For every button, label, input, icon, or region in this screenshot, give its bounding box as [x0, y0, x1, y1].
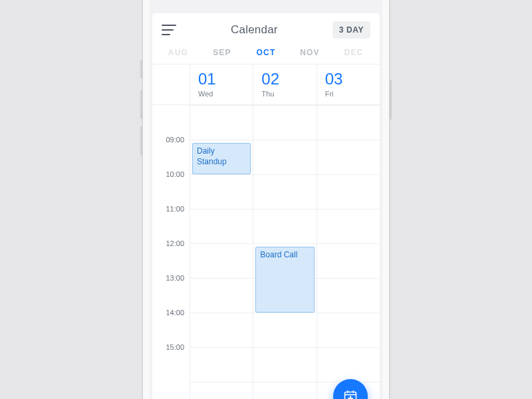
- month-tab[interactable]: OCT: [244, 48, 288, 57]
- svg-rect-3: [352, 390, 354, 393]
- hour-gridline: [253, 313, 316, 313]
- calendar-plus-icon: [342, 388, 358, 399]
- month-tab[interactable]: NOV: [288, 48, 332, 57]
- day-of-week: Thu: [261, 90, 309, 98]
- day-of-week: Wed: [198, 90, 246, 98]
- hour-gridline: [190, 243, 253, 244]
- calendar-event[interactable]: Board Call: [255, 247, 314, 313]
- hour-label: 10:00: [166, 170, 184, 178]
- hour-gridline: [190, 140, 253, 140]
- hour-gridline: [190, 174, 253, 175]
- hour-gridline: [190, 313, 253, 313]
- app-screen: Calendar 3 DAY AUGSEPOCTNOVDEC 01 Wed 02…: [152, 13, 380, 399]
- hour-label: 09:00: [166, 136, 184, 144]
- day-of-week: Fri: [325, 90, 373, 98]
- day-number: 02: [261, 71, 309, 87]
- hour-gridline: [317, 140, 380, 140]
- day-header[interactable]: 02 Thu: [253, 65, 316, 104]
- hour-gridline: [253, 209, 316, 209]
- hour-gridline: [190, 382, 253, 382]
- hour-gridline: [253, 174, 316, 175]
- day-header[interactable]: 03 Fri: [317, 65, 380, 104]
- page-title: Calendar: [231, 23, 278, 37]
- month-tab[interactable]: AUG: [156, 48, 200, 57]
- hour-label: 12:00: [166, 239, 184, 247]
- month-selector: AUGSEPOCTNOVDEC: [152, 45, 380, 65]
- hour-gridline: [317, 243, 380, 244]
- hour-gridline: [190, 278, 253, 279]
- hour-label: 14:00: [166, 309, 184, 317]
- hour-gridline: [317, 278, 380, 279]
- day-column[interactable]: [317, 105, 380, 399]
- month-tab[interactable]: SEP: [200, 48, 244, 57]
- hour-gridline: [190, 105, 253, 106]
- top-bar: Calendar 3 DAY: [152, 13, 380, 45]
- hour-gridline: [190, 209, 253, 209]
- view-toggle-chip[interactable]: 3 DAY: [332, 21, 370, 39]
- hour-gridline: [317, 174, 380, 175]
- hour-label: 13:00: [166, 274, 184, 282]
- day-number: 03: [325, 71, 373, 87]
- time-grid[interactable]: 09:0010:0011:0012:0013:0014:0015:00 Dail…: [152, 105, 380, 399]
- hour-gridline: [317, 313, 380, 313]
- phone-side-button: [140, 126, 143, 156]
- hour-gridline: [253, 243, 316, 244]
- day-column[interactable]: Board Call: [253, 105, 316, 399]
- hour-label: 15:00: [166, 343, 184, 351]
- phone-side-button: [140, 60, 143, 78]
- calendar-event[interactable]: Daily Standup: [192, 143, 251, 174]
- phone-frame: Calendar 3 DAY AUGSEPOCTNOVDEC 01 Wed 02…: [143, 0, 389, 399]
- hour-gridline: [253, 382, 316, 382]
- hour-gridline: [317, 347, 380, 348]
- hour-gridline: [253, 105, 316, 106]
- menu-icon[interactable]: [162, 25, 176, 35]
- day-columns: Daily Standup Board Call: [190, 105, 380, 399]
- day-number: 01: [198, 71, 246, 87]
- phone-side-button: [140, 90, 143, 119]
- day-header-row: 01 Wed 02 Thu 03 Fri: [152, 65, 380, 105]
- hour-gridline: [253, 347, 316, 348]
- hour-gridline: [317, 105, 380, 106]
- hour-gridline: [253, 140, 316, 140]
- phone-side-button: [389, 80, 392, 120]
- time-gutter-header: [152, 65, 190, 104]
- time-gutter: 09:0010:0011:0012:0013:0014:0015:00: [152, 105, 190, 399]
- day-column[interactable]: Daily Standup: [190, 105, 253, 399]
- month-tab[interactable]: DEC: [332, 48, 376, 57]
- svg-rect-2: [347, 390, 348, 393]
- hour-label: 11:00: [166, 205, 184, 213]
- hour-gridline: [317, 209, 380, 209]
- day-header[interactable]: 01 Wed: [190, 65, 253, 104]
- hour-gridline: [190, 347, 253, 348]
